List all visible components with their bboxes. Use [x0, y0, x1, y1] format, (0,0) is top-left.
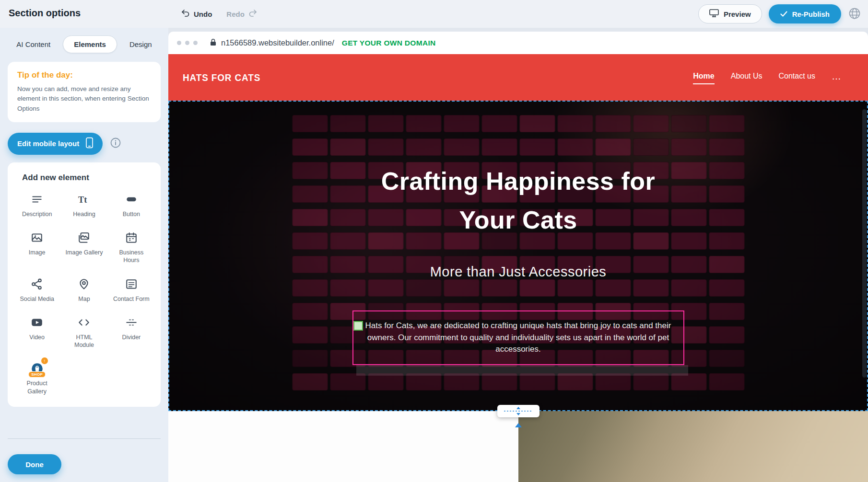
- hero-paragraph[interactable]: Hats for Cats, we are dedicated to craft…: [359, 320, 678, 356]
- window-dot: [185, 41, 189, 45]
- window-dot: [193, 41, 198, 45]
- element-label: Product Gallery: [18, 379, 56, 395]
- element-label: Heading: [73, 210, 95, 218]
- selected-paragraph-element[interactable]: Hats for Cats, we are dedicated to craft…: [352, 310, 684, 365]
- tip-body: Now you can add, move and resize any ele…: [17, 84, 151, 114]
- undo-label: Undo: [194, 10, 212, 18]
- element-video[interactable]: Video: [14, 315, 59, 349]
- site-nav: HomeAbout UsContact us …: [693, 71, 841, 84]
- element-drag-handle[interactable]: [353, 321, 363, 331]
- element-html-module[interactable]: HTML Module: [61, 315, 106, 349]
- element-description[interactable]: Description: [14, 192, 59, 218]
- scroll-down-arrow: [515, 423, 522, 427]
- check-icon: [780, 10, 787, 18]
- nav-links: HomeAbout UsContact us: [693, 72, 815, 83]
- element-product-gallery[interactable]: SHOP↑Product Gallery: [14, 361, 59, 395]
- undo-redo-group: Undo Redo: [181, 0, 257, 28]
- element-image[interactable]: Image: [14, 230, 59, 264]
- tab-ai-content[interactable]: AI Content: [12, 36, 54, 53]
- shop-badge: SHOP: [28, 371, 46, 378]
- element-label: Description: [22, 210, 52, 218]
- paragraph-ghost: [356, 365, 688, 376]
- edit-mobile-label: Edit mobile layout: [17, 139, 79, 148]
- tip-title: Tip of the day:: [17, 70, 151, 80]
- done-button[interactable]: Done: [8, 454, 61, 474]
- site-header[interactable]: HATS FOR CATS HomeAbout UsContact us …: [168, 54, 868, 101]
- edit-mobile-layout-button[interactable]: Edit mobile layout: [8, 133, 103, 155]
- undo-button[interactable]: Undo: [181, 10, 212, 18]
- pavement-photo: [518, 411, 868, 482]
- topbar: Section options Undo Redo Preview Re-Pub…: [0, 0, 868, 28]
- add-element-panel: Add new element DescriptionTtHeadingButt…: [8, 162, 161, 407]
- get-domain-link[interactable]: GET YOUR OWN DOMAIN: [342, 39, 436, 47]
- language-globe-button[interactable]: [848, 7, 861, 22]
- element-label: HTML Module: [65, 333, 103, 349]
- nav-more-button[interactable]: …: [832, 71, 841, 84]
- preview-area: n1566589.websitebuilder.online/ GET YOUR…: [168, 28, 868, 482]
- image-icon: [31, 230, 43, 245]
- phone-icon: [86, 137, 93, 150]
- social-media-icon: [31, 277, 43, 291]
- video-icon: [31, 315, 43, 330]
- map-icon: [78, 277, 90, 291]
- republish-label: Re-Publish: [792, 10, 830, 18]
- element-label: Video: [29, 333, 45, 341]
- tab-design[interactable]: Design: [126, 36, 156, 53]
- next-section[interactable]: [168, 411, 868, 482]
- nav-item-home[interactable]: Home: [693, 72, 714, 83]
- nav-item-about-us[interactable]: About Us: [731, 72, 762, 83]
- element-social-media[interactable]: Social Media: [14, 277, 59, 303]
- heading-icon: Tt: [78, 192, 90, 207]
- sidebar-tabs: AI ContentElementsDesign: [0, 35, 168, 53]
- element-image-gallery[interactable]: Image Gallery: [61, 230, 106, 264]
- element-button[interactable]: Button: [109, 192, 154, 218]
- app: Section options Undo Redo Preview Re-Pub…: [0, 0, 868, 482]
- element-label: Social Media: [20, 295, 54, 303]
- lock-icon: [210, 38, 216, 48]
- element-heading[interactable]: TtHeading: [61, 192, 106, 218]
- nav-item-contact-us[interactable]: Contact us: [779, 72, 815, 83]
- site-logo[interactable]: HATS FOR CATS: [183, 72, 260, 83]
- element-map[interactable]: Map: [61, 277, 106, 303]
- element-divider[interactable]: Divider: [109, 315, 154, 349]
- element-grid: DescriptionTtHeadingButtonImageImage Gal…: [14, 192, 154, 395]
- sidebar: AI ContentElementsDesign Tip of the day:…: [0, 28, 168, 482]
- next-section-white: [168, 411, 518, 482]
- preview-label: Preview: [724, 10, 751, 18]
- redo-button[interactable]: Redo: [226, 10, 257, 18]
- hero-content: Crafting Happiness for Your Cats More th…: [168, 101, 868, 411]
- sidebar-divider: [8, 438, 161, 439]
- page-title: Section options: [9, 8, 81, 19]
- html-module-icon: [78, 315, 90, 330]
- browser-bar: n1566589.websitebuilder.online/ GET YOUR…: [168, 32, 868, 54]
- republish-button[interactable]: Re-Publish: [769, 4, 841, 23]
- tab-elements[interactable]: Elements: [63, 35, 117, 53]
- divider-icon: [125, 315, 138, 330]
- element-label: Divider: [122, 333, 141, 341]
- preview-scrollbar[interactable]: [862, 109, 867, 378]
- add-element-title: Add new element: [22, 173, 154, 183]
- element-business-hours[interactable]: Business Hours: [109, 230, 154, 264]
- section-resize-handle[interactable]: [497, 405, 540, 417]
- info-icon[interactable]: [110, 138, 121, 150]
- element-label: Button: [123, 210, 140, 218]
- globe-icon: [848, 7, 861, 22]
- element-contact-form[interactable]: Contact Form: [109, 277, 154, 303]
- hero-subheading[interactable]: More than Just Accessories: [430, 264, 607, 280]
- svg-text:Tt: Tt: [79, 195, 88, 204]
- contact-form-icon: [125, 277, 138, 291]
- mobile-layout-row: Edit mobile layout: [8, 133, 161, 155]
- monitor-icon: [709, 9, 719, 19]
- hero-section[interactable]: Crafting Happiness for Your Cats More th…: [168, 101, 868, 411]
- description-icon: [31, 192, 43, 207]
- hero-heading[interactable]: Crafting Happiness for Your Cats: [365, 162, 672, 239]
- product-gallery-icon: SHOP↑: [31, 361, 44, 376]
- preview-button[interactable]: Preview: [698, 4, 762, 23]
- button-icon: [125, 192, 138, 207]
- element-label: Image Gallery: [66, 249, 103, 256]
- site-url: n1566589.websitebuilder.online/: [221, 38, 334, 47]
- site-preview: HATS FOR CATS HomeAbout UsContact us … C…: [168, 54, 868, 482]
- window-dot: [177, 41, 181, 45]
- redo-label: Redo: [226, 10, 245, 18]
- element-label: Image: [29, 249, 46, 256]
